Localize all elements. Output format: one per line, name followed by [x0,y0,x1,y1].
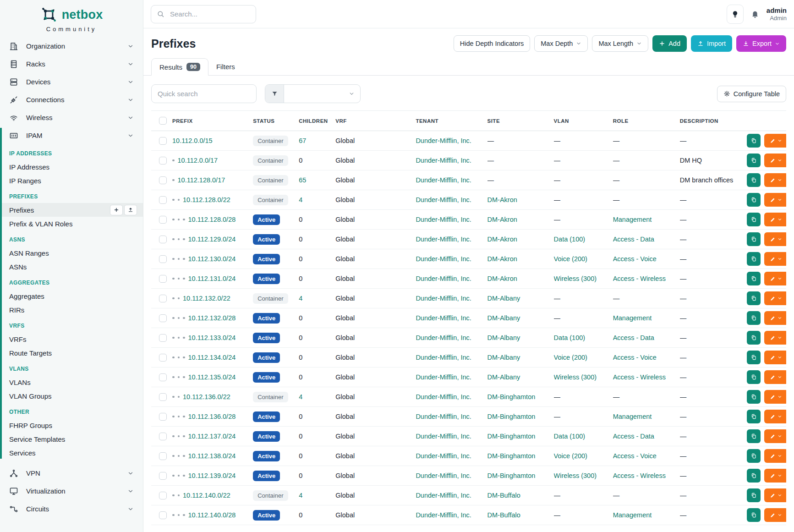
sidebar-item-ip-addresses[interactable]: IP Addresses [0,160,143,174]
row-checkbox[interactable] [159,354,167,362]
row-checkbox[interactable] [159,413,167,421]
role-cell[interactable]: Management [613,505,680,525]
edit-button[interactable] [764,351,786,364]
site-cell[interactable]: DM-Binghamton [487,407,554,427]
row-checkbox[interactable] [159,492,167,499]
column-header-role[interactable]: ROLE [613,111,680,131]
saved-filter-select[interactable] [284,85,360,103]
edit-button[interactable] [764,311,786,325]
tenant-cell[interactable]: Dunder-Mifflin, Inc. [416,190,487,210]
tenant-cell[interactable]: Dunder-Mifflin, Inc. [416,269,487,289]
vlan-cell[interactable]: Wireless (300) [554,466,613,486]
sidebar-item-fhrp-groups[interactable]: FHRP Groups [0,418,143,432]
role-cell[interactable]: Access - Wireless [613,367,680,387]
copy-button[interactable] [747,390,761,404]
copy-button[interactable] [747,252,761,266]
children-count[interactable]: 4 [299,486,335,505]
prefix-link[interactable]: 10.112.132.0/28 [188,314,236,322]
prefix-link[interactable]: 10.112.129.0/24 [188,236,236,243]
sidebar-nav-item-wireless[interactable]: Wireless [0,109,143,126]
copy-button[interactable] [747,410,761,423]
row-checkbox[interactable] [159,314,167,322]
copy-button[interactable] [747,173,761,187]
row-checkbox[interactable] [159,511,167,519]
tenant-cell[interactable]: Dunder-Mifflin, Inc. [416,308,487,328]
column-header-description[interactable]: DESCRIPTION [680,111,747,131]
column-header-tenant[interactable]: TENANT [416,111,487,131]
tenant-cell[interactable]: Dunder-Mifflin, Inc. [416,210,487,230]
row-checkbox[interactable] [159,295,167,302]
row-checkbox[interactable] [159,196,167,204]
vlan-cell[interactable]: Voice (200) [554,348,613,367]
edit-button[interactable] [764,154,786,167]
edit-button[interactable] [764,370,786,384]
quick-search-input[interactable] [151,84,257,103]
tenant-cell[interactable]: Dunder-Mifflin, Inc. [416,427,487,446]
sidebar-item-route-targets[interactable]: Route Targets [0,346,143,360]
role-cell[interactable]: Access - Data [613,427,680,446]
sidebar-item-asns[interactable]: ASNs [0,260,143,274]
site-cell[interactable]: DM-Buffalo [487,486,554,505]
site-cell[interactable]: DM-Akron [487,230,554,249]
vlan-cell[interactable]: Data (100) [554,427,613,446]
quick-add-button[interactable] [110,205,123,215]
tab-results[interactable]: Results 90 [151,58,208,76]
row-checkbox[interactable] [159,137,167,145]
prefix-link[interactable]: 10.112.128.0/28 [188,216,236,223]
prefix-link[interactable]: 10.112.128.0/22 [183,196,230,203]
vlan-cell[interactable]: Voice (200) [554,446,613,466]
vlan-cell[interactable]: Data (100) [554,328,613,348]
prefix-link[interactable]: 10.112.137.0/24 [188,433,236,440]
prefix-link[interactable]: 10.112.140.0/22 [183,492,230,499]
site-cell[interactable]: DM-Albany [487,289,554,308]
site-cell[interactable]: DM-Buffalo [487,505,554,525]
copy-button[interactable] [747,193,761,207]
copy-button[interactable] [747,449,761,463]
role-cell[interactable]: Access - Wireless [613,269,680,289]
sidebar-item-service-templates[interactable]: Service Templates [0,432,143,446]
edit-button[interactable] [764,331,786,345]
prefix-link[interactable]: 10.112.130.0/24 [188,255,236,263]
search-input[interactable] [169,10,250,18]
copy-button[interactable] [747,508,761,522]
edit-button[interactable] [764,232,786,246]
copy-button[interactable] [747,351,761,364]
edit-button[interactable] [764,449,786,463]
prefix-link[interactable]: 10.112.132.0/22 [183,295,230,302]
column-header-children[interactable]: CHILDREN [299,111,335,131]
site-cell[interactable]: DM-Akron [487,269,554,289]
tenant-cell[interactable]: Dunder-Mifflin, Inc. [416,170,487,190]
tenant-cell[interactable]: Dunder-Mifflin, Inc. [416,446,487,466]
prefix-link[interactable]: 10.112.136.0/22 [183,393,230,400]
sidebar-nav-item-circuits[interactable]: Circuits [0,500,143,518]
import-button[interactable]: Import [691,35,732,52]
edit-button[interactable] [764,469,786,483]
tenant-cell[interactable]: Dunder-Mifflin, Inc. [416,328,487,348]
column-header-vrf[interactable]: VRF [335,111,416,131]
prefix-link[interactable]: 10.112.138.0/24 [188,452,236,460]
tenant-cell[interactable]: Dunder-Mifflin, Inc. [416,387,487,407]
children-count[interactable]: 4 [299,387,335,407]
copy-button[interactable] [747,213,761,226]
role-cell[interactable]: Management [613,407,680,427]
column-header-site[interactable]: SITE [487,111,554,131]
children-count[interactable]: 65 [299,170,335,190]
copy-button[interactable] [747,370,761,384]
role-cell[interactable]: Access - Data [613,230,680,249]
row-checkbox[interactable] [159,472,167,480]
copy-button[interactable] [747,469,761,483]
edit-button[interactable] [764,213,786,226]
children-count[interactable]: 67 [299,131,335,151]
vlan-cell[interactable]: Voice (200) [554,249,613,269]
row-checkbox[interactable] [159,275,167,283]
sidebar-nav-item-devices[interactable]: Devices [0,73,143,91]
quick-import-button[interactable] [124,205,137,215]
edit-button[interactable] [764,134,786,148]
tab-filters[interactable]: Filters [208,58,243,75]
user-menu[interactable]: admin Admin [767,6,787,22]
sidebar-nav-item-organization[interactable]: Organization [0,37,143,55]
role-cell[interactable]: Access - Wireless [613,466,680,486]
sidebar-nav-item-connections[interactable]: Connections [0,91,143,109]
row-checkbox[interactable] [159,393,167,401]
row-checkbox[interactable] [159,216,167,224]
